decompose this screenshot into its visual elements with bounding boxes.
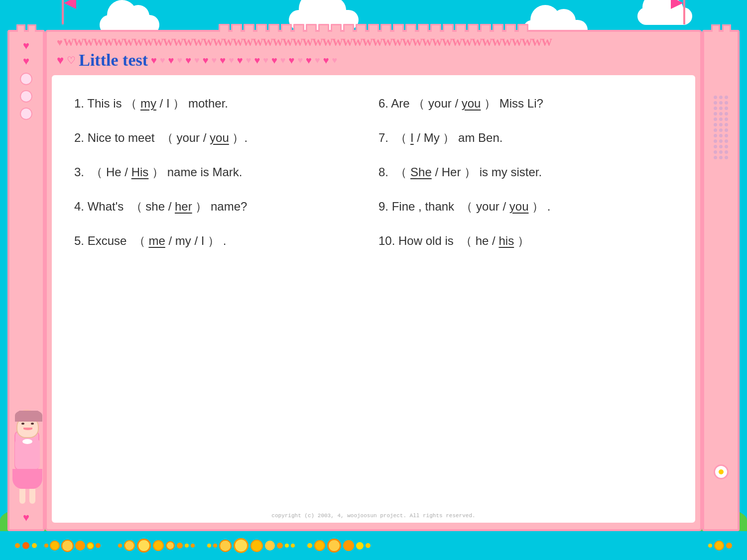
q1-prefix: This is xyxy=(87,97,122,110)
question-6: 6. Are （ your / you ） Miss Li? xyxy=(374,88,678,119)
header: ♥ WWWWWWWWWWWWWWWWWWWWWWWWWWWWWWWWWWWWWW… xyxy=(47,32,700,73)
question-1: 1. This is （ my / I ） mother. xyxy=(69,88,374,119)
question-7: 7. （ I / My ） am Ben. xyxy=(374,122,678,154)
page-title: Little test xyxy=(79,51,148,70)
q6-answer: you xyxy=(462,97,481,110)
q6-number: 6. Are xyxy=(378,97,410,110)
copyright: copyright (c) 2003, 4, woojoosun project… xyxy=(52,513,695,519)
question-4: 4. What's （ she / her ） name? xyxy=(69,191,374,223)
q1-answer: my xyxy=(140,97,156,110)
question-2: 2. Nice to meet （ your / you ）. xyxy=(69,122,374,154)
content-area: 1. This is （ my / I ） mother. 6. Are （ y… xyxy=(52,75,695,523)
question-3: 3. （ He / His ） name is Mark. xyxy=(69,156,374,188)
question-9: 9. Fine , thank （ your / you ） . xyxy=(374,191,678,223)
question-8: 8. （ She / Her ） is my sister. xyxy=(374,156,678,188)
question-5: 5. Excuse （ me / my / I ） . xyxy=(69,225,374,257)
q1-suffix: mother. xyxy=(188,97,228,110)
question-10: 10. How old is （ he / his ） xyxy=(374,225,678,257)
q1-number: 1. xyxy=(74,97,87,110)
